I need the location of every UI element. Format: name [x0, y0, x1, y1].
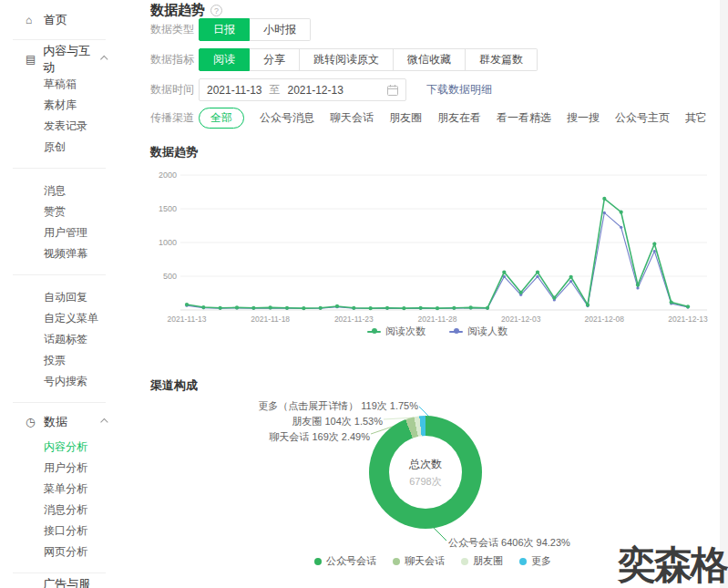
divider [13, 274, 106, 275]
svg-text:2021-12-03: 2021-12-03 [501, 315, 541, 324]
download-data-link[interactable]: 下载数据明细 [426, 82, 492, 98]
sidebar: ⌂ 首页 ▤ 内容与互动 草稿箱素材库发表记录原创 消息赞赏用户管理视频弹幕 自… [0, 0, 118, 588]
sidebar-subitem[interactable]: 消息 [0, 181, 118, 201]
donut-center-value: 6798次 [409, 475, 441, 489]
channel-option[interactable]: 其它 [685, 108, 707, 129]
chevron-up-icon [100, 418, 108, 426]
channel-option[interactable]: 朋友圈 [389, 108, 422, 129]
sidebar-subitem[interactable]: 草稿箱 [0, 74, 118, 95]
svg-text:2021-11-18: 2021-11-18 [251, 315, 290, 324]
date-range-label: 数据时间 [150, 82, 194, 98]
metric-segment: 阅读分享跳转阅读原文微信收藏群发篇数 [199, 48, 538, 71]
channel-option[interactable]: 看一看精选 [497, 108, 551, 129]
sidebar-subitem[interactable]: 用户管理 [0, 222, 118, 243]
callout-official-account: 公众号会话 6406次 94.23% [448, 536, 570, 550]
legend-label: 阅读人数 [467, 325, 508, 338]
legend-marker [367, 331, 381, 333]
data-type-option[interactable]: 小时报 [250, 18, 311, 41]
sidebar-subitem[interactable]: 菜单分析 [0, 479, 118, 500]
content-sublist-2: 消息赞赏用户管理视频弹幕 [0, 177, 118, 266]
svg-text:2021-12-13: 2021-12-13 [668, 315, 708, 324]
sidebar-home-label: 首页 [44, 12, 67, 28]
date-separator: 至 [270, 82, 281, 98]
help-icon[interactable]: ? [210, 5, 222, 16]
sidebar-group-content[interactable]: ▤ 内容与互动 [0, 48, 118, 70]
legend-item[interactable]: 阅读人数 [449, 325, 508, 338]
sidebar-subitem[interactable]: 素材库 [0, 95, 118, 116]
sidebar-subitem[interactable]: 消息分析 [0, 500, 118, 521]
metric-option[interactable]: 阅读 [199, 48, 250, 71]
sidebar-subitem[interactable]: 用户分析 [0, 458, 118, 479]
legend-label: 公众号会话 [326, 554, 376, 568]
metric-option[interactable]: 群发篇数 [466, 48, 538, 71]
channel-option[interactable]: 全部 [199, 108, 244, 129]
sidebar-subitem[interactable]: 号内搜索 [0, 371, 118, 392]
metric-option[interactable]: 分享 [250, 48, 300, 71]
legend-label: 朋友圈 [473, 554, 503, 568]
data-type-option[interactable]: 日报 [199, 18, 250, 41]
trend-section-title: 数据趋势 [150, 144, 198, 160]
sidebar-group-data-label: 数据 [44, 414, 67, 430]
content-sublist-3: 自动回复自定义菜单话题标签投票号内搜索 [0, 284, 118, 394]
page-title: 数据趋势 ? [150, 2, 222, 19]
callout-more: 更多（点击展开详情） 119次 1.75% [258, 399, 418, 413]
svg-text:2021-11-23: 2021-11-23 [334, 315, 374, 324]
legend-dot [461, 558, 468, 565]
sidebar-group-ads[interactable]: ⊘ 广告与服务 [0, 582, 118, 588]
sidebar-group-data[interactable]: ◷ 数据 [0, 411, 118, 433]
metric-option[interactable]: 微信收藏 [394, 48, 466, 71]
main-content: 数据趋势 ? 数据类型 日报小时报 数据指标 阅读分享跳转阅读原文微信收藏群发篇… [118, 0, 720, 588]
sidebar-subitem[interactable]: 发表记录 [0, 116, 118, 137]
page-title-text: 数据趋势 [150, 2, 205, 19]
svg-text:2021-12-08: 2021-12-08 [585, 315, 625, 324]
legend-marker [449, 331, 463, 333]
data-type-segment: 日报小时报 [199, 18, 311, 41]
content-sublist-1: 草稿箱素材库发表记录原创 [0, 70, 118, 160]
svg-text:2021-11-13: 2021-11-13 [168, 315, 207, 324]
callout-chat: 聊天会话 169次 2.49% [269, 430, 370, 444]
sidebar-subitem[interactable]: 接口分析 [0, 521, 118, 542]
divider [13, 168, 106, 169]
calendar-icon [387, 85, 398, 96]
sidebar-subitem[interactable]: 话题标签 [0, 329, 118, 350]
legend-item[interactable]: 阅读次数 [367, 325, 426, 338]
channel-option[interactable]: 朋友在看 [437, 108, 481, 129]
channel-option[interactable]: 搜一搜 [567, 108, 600, 129]
donut-section-title: 渠道构成 [150, 377, 198, 394]
metric-label: 数据指标 [150, 52, 194, 67]
legend-dot [314, 558, 322, 565]
sidebar-subitem[interactable]: 视频弹幕 [0, 243, 118, 264]
sidebar-item-home[interactable]: ⌂ 首页 [0, 9, 118, 31]
home-icon: ⌂ [26, 14, 44, 26]
date-start: 2021-11-13 [207, 84, 262, 97]
svg-text:1500: 1500 [159, 204, 177, 213]
channel-label: 传播渠道 [150, 110, 194, 126]
sidebar-subitem[interactable]: 自定义菜单 [0, 308, 118, 329]
svg-text:500: 500 [163, 272, 177, 281]
channel-option[interactable]: 公众号主页 [615, 108, 670, 129]
sidebar-subitem[interactable]: 赞赏 [0, 201, 118, 222]
donut-legend: 公众号会话聊天会话朋友圈更多 [241, 554, 624, 568]
donut-legend-item[interactable]: 公众号会话 [314, 554, 376, 568]
watermark-logo: 奕森格 [618, 540, 727, 588]
svg-text:1000: 1000 [159, 238, 177, 247]
svg-text:2021-11-28: 2021-11-28 [418, 315, 457, 324]
donut-legend-item[interactable]: 聊天会话 [393, 554, 445, 568]
sidebar-subitem[interactable]: 原创 [0, 137, 118, 158]
sidebar-subitem[interactable]: 投票 [0, 350, 118, 371]
donut-legend-item[interactable]: 更多 [519, 554, 551, 568]
sidebar-subitem[interactable]: 网页分析 [0, 542, 118, 562]
metric-option[interactable]: 跳转阅读原文 [300, 48, 394, 71]
channel-option[interactable]: 聊天会话 [330, 108, 374, 129]
date-range-input[interactable]: 2021-11-13 至 2021-12-13 [199, 78, 406, 101]
legend-label: 聊天会话 [405, 554, 445, 568]
content-icon: ▤ [26, 53, 43, 66]
trend-line-chart: 5001000150020002021-11-132021-11-182021-… [155, 166, 720, 326]
callout-moments: 朋友圈 104次 1.53% [292, 415, 383, 428]
sidebar-subitem[interactable]: 自动回复 [0, 287, 118, 308]
donut-center-label: 总次数 [409, 457, 442, 472]
channel-option[interactable]: 公众号消息 [260, 108, 314, 129]
donut-legend-item[interactable]: 朋友圈 [461, 554, 503, 568]
sidebar-subitem[interactable]: 内容分析 [0, 437, 118, 458]
channel-filter: 全部公众号消息聊天会话朋友圈朋友在看看一看精选搜一搜公众号主页其它 [199, 108, 707, 129]
